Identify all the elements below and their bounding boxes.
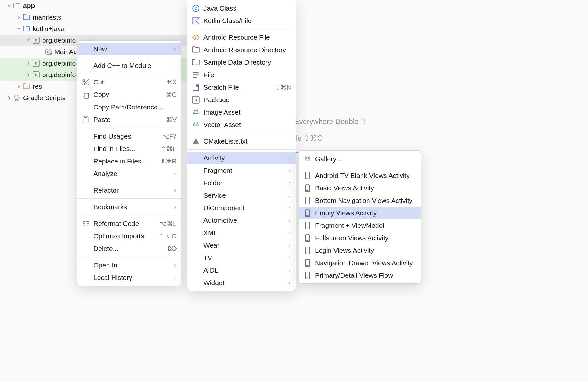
menu-separator [77, 182, 181, 182]
menu-item-package[interactable]: Package [187, 93, 296, 106]
menu-item-fragment-viewmodel[interactable]: Fragment + ViewModel [299, 219, 421, 232]
tree-label: kotlin+java [33, 25, 65, 33]
chevron-right-icon [288, 192, 291, 199]
menu-item-cmakelists[interactable]: CMakeLists.txt [187, 135, 296, 147]
menu-item-xml[interactable]: XML [187, 227, 296, 239]
menu-item-file[interactable]: File [187, 68, 296, 81]
menu-separator [77, 74, 181, 74]
menu-item-bottom-navigation[interactable]: Bottom Navigation Views Activity [299, 194, 421, 207]
phone-icon [304, 184, 311, 192]
menu-item-automotive[interactable]: Automotive [187, 214, 296, 227]
menu-item-reformat-code[interactable]: Reformat Code ⌥⌘L [77, 217, 181, 230]
clipboard-icon [82, 116, 90, 123]
menu-item-local-history[interactable]: Local History [77, 271, 181, 284]
menu-item-empty-views-activity[interactable]: Empty Views Activity [299, 207, 421, 219]
menu-item-fullscreen-views-activity[interactable]: Fullscreen Views Activity [299, 232, 421, 244]
package-icon [192, 96, 200, 104]
menu-item-primary-detail[interactable]: Primary/Detail Views Flow [299, 269, 421, 282]
menu-item-java-class[interactable]: Java Class [187, 2, 296, 14]
chevron-right-icon[interactable] [16, 14, 22, 20]
menu-item-copy[interactable]: Copy ⌘C [77, 88, 181, 101]
menu-item-paste[interactable]: Paste ⌘V [77, 113, 181, 126]
chevron-right-icon [288, 242, 291, 249]
tree-node-manifests[interactable]: manifests [0, 12, 192, 23]
menu-item-sample-data-directory[interactable]: Sample Data Directory [187, 56, 296, 68]
phone-icon [304, 259, 311, 267]
menu-item-uicomponent[interactable]: UiComponent [187, 202, 296, 214]
menu-item-new[interactable]: New [77, 43, 181, 55]
android-icon [192, 108, 200, 116]
menu-item-fragment[interactable]: Fragment [187, 164, 296, 177]
tree-node-app[interactable]: app [0, 0, 192, 12]
chevron-right-icon [173, 203, 177, 211]
chevron-right-icon [288, 204, 291, 212]
menu-separator [77, 198, 181, 199]
hint-line: ile ⇧⌘O [294, 130, 367, 147]
menu-item-kotlin-class[interactable]: Kotlin Class/File [187, 14, 296, 27]
menu-item-android-resource-directory[interactable]: Android Resource Directory [187, 44, 296, 56]
menu-item-optimize-imports[interactable]: Optimize Imports ⌃⌥O [77, 230, 181, 242]
menu-item-delete[interactable]: Delete... ⌦ [77, 242, 181, 255]
menu-item-analyze[interactable]: Analyze [77, 167, 181, 180]
phone-icon [304, 234, 311, 242]
menu-item-image-asset[interactable]: Image Asset [187, 106, 296, 118]
menu-item-find-usages[interactable]: Find Usages ⌥F7 [77, 130, 181, 142]
chevron-right-icon[interactable] [6, 95, 12, 101]
tree-node-kotlin-java[interactable]: kotlin+java [0, 23, 192, 35]
menu-item-vector-asset[interactable]: Vector Asset [187, 118, 296, 131]
menu-item-tv[interactable]: TV [187, 251, 296, 264]
module-folder-icon [13, 2, 20, 9]
menu-item-refactor[interactable]: Refactor [77, 184, 181, 196]
menu-item-aidl[interactable]: AIDL [187, 264, 296, 276]
menu-item-widget[interactable]: Widget [187, 276, 296, 289]
phone-icon [304, 197, 311, 204]
menu-item-bookmarks[interactable]: Bookmarks [77, 201, 181, 213]
menu-separator [187, 133, 296, 133]
tree-label: Gradle Scripts [23, 94, 66, 102]
scratch-file-icon [192, 84, 200, 91]
menu-item-cut[interactable]: Cut ⌘X [77, 76, 181, 88]
menu-item-android-resource-file[interactable]: Android Resource File [187, 31, 296, 44]
context-menu-activity: Gallery... Android TV Blank Views Activi… [299, 150, 421, 284]
menu-item-replace-in-files[interactable]: Replace in Files... ⇧⌘R [77, 155, 181, 167]
menu-item-login-views-activity[interactable]: Login Views Activity [299, 244, 421, 257]
package-icon [33, 37, 40, 44]
chevron-right-icon[interactable] [16, 84, 22, 89]
chevron-right-icon [288, 167, 291, 174]
menu-item-open-in[interactable]: Open In [77, 259, 181, 271]
menu-item-basic-views-activity[interactable]: Basic Views Activity [299, 182, 421, 194]
cmake-icon [192, 138, 200, 145]
tree-label: manifests [33, 13, 61, 21]
tree-label: MainAct [54, 48, 79, 56]
tree-label: org.depinfo [42, 36, 76, 44]
phone-icon [304, 272, 311, 279]
chevron-right-icon [173, 187, 177, 194]
chevron-right-icon[interactable] [26, 72, 31, 78]
hint-line: Everywhere Double ⇧ [294, 113, 367, 130]
menu-separator [77, 215, 181, 215]
chevron-right-icon [288, 154, 291, 162]
chevron-right-icon[interactable] [26, 60, 31, 66]
menu-separator [77, 57, 181, 57]
scissors-icon [82, 78, 90, 86]
menu-item-gallery[interactable]: Gallery... [299, 153, 421, 165]
menu-item-navigation-drawer[interactable]: Navigation Drawer Views Activity [299, 257, 421, 269]
chevron-down-icon[interactable] [26, 37, 31, 43]
menu-item-service[interactable]: Service [187, 189, 296, 202]
phone-icon [304, 172, 311, 179]
menu-item-scratch-file[interactable]: Scratch File ⇧⌘N [187, 81, 296, 93]
menu-item-find-in-files[interactable]: Find in Files... ⇧⌘F [77, 142, 181, 155]
menu-item-activity[interactable]: Activity [187, 152, 296, 164]
menu-item-wear[interactable]: Wear [187, 239, 296, 251]
kotlin-icon [192, 17, 200, 25]
package-icon [33, 71, 40, 78]
chevron-down-icon[interactable] [16, 26, 22, 32]
gradle-icon [13, 94, 20, 101]
menu-item-add-cpp[interactable]: Add C++ to Module [77, 59, 181, 72]
chevron-down-icon[interactable] [6, 3, 12, 9]
chevron-right-icon [173, 45, 177, 53]
menu-item-copy-path[interactable]: Copy Path/Reference... [77, 101, 181, 113]
menu-item-android-tv-blank[interactable]: Android TV Blank Views Activity [299, 169, 421, 182]
folder-icon [192, 46, 200, 54]
menu-item-folder[interactable]: Folder [187, 177, 296, 189]
